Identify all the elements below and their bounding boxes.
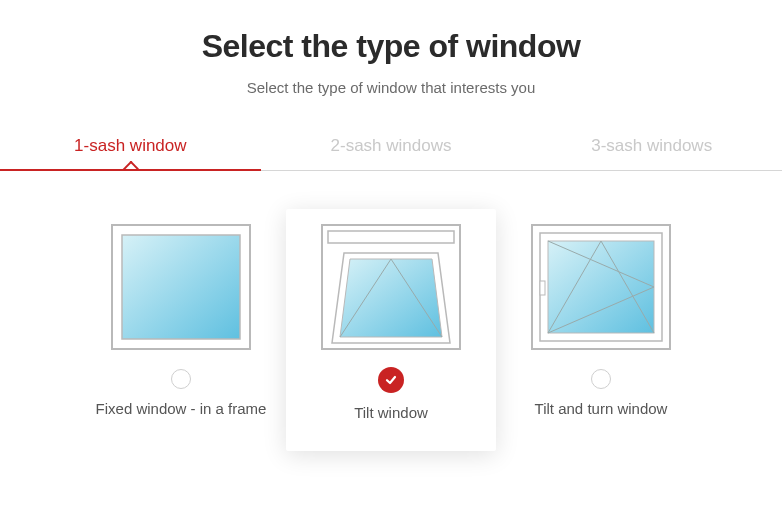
window-fixed-icon — [110, 223, 252, 351]
radio-unchecked-icon — [591, 369, 611, 389]
tab-label: 3-sash windows — [591, 136, 712, 155]
window-tilt-icon — [320, 223, 462, 351]
option-fixed-window[interactable]: Fixed window - in a frame — [76, 209, 286, 451]
tab-3-sash[interactable]: 3-sash windows — [521, 136, 782, 170]
radio-checked-icon — [378, 367, 404, 393]
svg-rect-15 — [540, 281, 545, 295]
option-label: Tilt and turn window — [508, 399, 694, 419]
caret-up-icon — [121, 161, 139, 171]
svg-marker-5 — [340, 259, 442, 337]
radio-unchecked-icon — [171, 369, 191, 389]
window-tilt-turn-icon — [530, 223, 672, 351]
sash-tabs: 1-sash window 2-sash windows 3-sash wind… — [0, 136, 782, 171]
svg-rect-3 — [328, 231, 454, 243]
svg-rect-10 — [548, 241, 654, 333]
svg-rect-1 — [122, 235, 240, 339]
option-label: Fixed window - in a frame — [88, 399, 274, 419]
tab-1-sash[interactable]: 1-sash window — [0, 136, 261, 170]
option-tilt-turn-window[interactable]: Tilt and turn window — [496, 209, 706, 451]
option-label: Tilt window — [298, 403, 484, 423]
window-options: Fixed window - in a frame — [0, 209, 782, 451]
check-icon — [384, 373, 398, 387]
page-title: Select the type of window — [0, 28, 782, 65]
option-tilt-window[interactable]: Tilt window — [286, 209, 496, 451]
tab-label: 2-sash windows — [331, 136, 452, 155]
page-subtitle: Select the type of window that interests… — [0, 79, 782, 96]
tab-label: 1-sash window — [74, 136, 186, 155]
tab-2-sash[interactable]: 2-sash windows — [261, 136, 522, 170]
